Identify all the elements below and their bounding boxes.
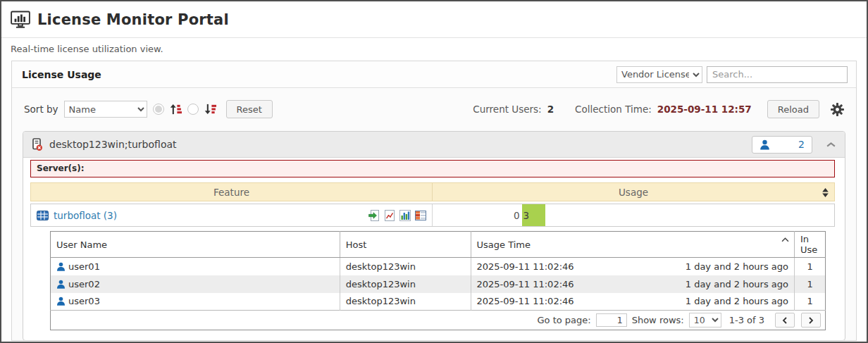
current-users-value: 2	[547, 104, 554, 115]
collection-time-value: 2025-09-11 12:57	[657, 104, 752, 115]
user-table-header-row: User Name Host Usage Time	[51, 232, 826, 258]
accordion-body: Server(s): Feature Usage	[23, 158, 845, 340]
usage-time: 2025-09-11 11:02:46	[477, 261, 574, 272]
usage-time-ago: 1 day and 2 hours ago	[686, 296, 788, 306]
in-use-column-header[interactable]: In Use	[795, 232, 826, 258]
usage-cell: 0 3	[433, 204, 834, 226]
user-name-column-header[interactable]: User Name	[51, 232, 340, 258]
sort-asc-radio[interactable]	[153, 104, 164, 115]
chart-document-icon[interactable]	[384, 210, 395, 221]
page-title: License Monitor Portal	[37, 11, 229, 28]
license-usage-panel: License Usage Vendor License Sort by Nam…	[11, 61, 857, 341]
host-column-header[interactable]: Host	[340, 232, 471, 258]
panel-body: Sort by Name	[12, 88, 856, 343]
in-use-cell: 1	[795, 258, 826, 275]
toolbar-status: Current Users: 2 Collection Time: 2025-0…	[473, 100, 844, 118]
table-row[interactable]: user01 desktop123win 2025-09-11 11:02:46…	[51, 258, 826, 275]
user-icon	[760, 139, 770, 150]
bar-chart-icon[interactable]	[399, 210, 411, 221]
table-row[interactable]: user03 desktop123win 2025-09-11 11:02:46…	[51, 293, 826, 311]
usage-min-value: 0	[514, 210, 522, 221]
panel-header: License Usage Vendor License	[12, 61, 856, 88]
host-cell: desktop123win	[340, 258, 471, 275]
license-monitor-portal-window: License Monitor Portal Real-time license…	[0, 0, 868, 343]
host-cell: desktop123win	[340, 275, 471, 293]
usage-time-column-header[interactable]: Usage Time	[471, 232, 795, 258]
toolbar: Sort by Name	[24, 100, 844, 118]
caret-up-icon	[781, 237, 789, 242]
in-use-cell: 1	[795, 275, 826, 293]
collection-time-label: Collection Time:	[575, 104, 652, 115]
app-header: License Monitor Portal	[1, 1, 867, 38]
panel-title: License Usage	[22, 69, 101, 80]
sort-by-label: Sort by	[24, 104, 58, 115]
sort-desc-radio[interactable]	[187, 104, 199, 115]
user-icon	[56, 280, 66, 289]
export-document-icon[interactable]	[368, 210, 380, 221]
user-icon	[56, 297, 66, 306]
pagination: Go to page: Show rows: 10 1-3 of 3	[55, 313, 821, 328]
usage-bar: 3	[522, 204, 545, 226]
user-name: user03	[68, 296, 100, 306]
in-use-cell: 1	[795, 293, 826, 311]
usage-time-header-label: Usage Time	[477, 239, 531, 250]
page-number-input[interactable]	[596, 313, 627, 327]
usage-header-label: Usage	[619, 187, 648, 198]
feature-table-header: Feature Usage	[30, 182, 835, 201]
sort-both-icon[interactable]	[822, 188, 829, 197]
vendor-license-select[interactable]: Vendor License	[616, 66, 702, 83]
user-table: User Name Host Usage Time	[50, 231, 826, 330]
panel-controls: Vendor License	[616, 66, 848, 83]
accordion-header[interactable]: desktop123win;turbofloat 2	[23, 132, 845, 158]
server-error-icon	[31, 138, 43, 151]
reload-button[interactable]: Reload	[767, 100, 819, 118]
next-page-button[interactable]	[801, 313, 821, 328]
usage-time-ago: 1 day and 2 hours ago	[686, 279, 788, 289]
usage-column-header[interactable]: Usage	[433, 183, 834, 201]
user-count-value: 2	[798, 139, 805, 150]
prev-page-button[interactable]	[775, 313, 795, 328]
page-subtitle: Real-time license utilization view.	[1, 38, 867, 61]
sort-controls: Sort by Name	[24, 100, 273, 118]
table-row[interactable]: user02 desktop123win 2025-09-11 11:02:46…	[51, 275, 826, 293]
feature-row: turbofloat (3)	[30, 204, 835, 227]
monitor-chart-icon	[11, 11, 30, 29]
usage-time: 2025-09-11 11:02:46	[477, 296, 574, 306]
rows-per-page-select[interactable]: 10	[689, 313, 721, 328]
feature-cell: turbofloat (3)	[31, 204, 433, 226]
show-rows-label: Show rows:	[632, 315, 684, 325]
data-table-icon[interactable]	[415, 210, 426, 221]
usage-time-ago: 1 day and 2 hours ago	[686, 261, 788, 272]
grid-table-icon	[37, 211, 49, 220]
pagination-row: Go to page: Show rows: 10 1-3 of 3	[51, 311, 826, 330]
chevron-up-icon[interactable]	[826, 142, 836, 148]
usage-time: 2025-09-11 11:02:46	[477, 279, 574, 289]
sort-descending-icon[interactable]	[204, 104, 216, 115]
user-name: user01	[68, 261, 100, 272]
user-name: user02	[68, 279, 100, 289]
servers-banner: Server(s):	[30, 160, 835, 177]
current-users-label: Current Users:	[473, 104, 541, 115]
feature-column-header[interactable]: Feature	[31, 183, 433, 201]
user-count-badge: 2	[752, 136, 812, 154]
feature-link[interactable]: turbofloat (3)	[54, 210, 117, 221]
search-input[interactable]	[707, 66, 848, 83]
gear-icon[interactable]	[831, 103, 844, 116]
host-cell: desktop123win	[340, 293, 471, 311]
sort-ascending-icon[interactable]	[170, 104, 182, 115]
server-accordion: desktop123win;turbofloat 2	[23, 131, 845, 341]
go-to-page-label: Go to page:	[537, 315, 590, 325]
sort-field-select[interactable]: Name	[64, 101, 147, 118]
user-icon	[56, 262, 66, 271]
row-range-label: 1-3 of 3	[729, 315, 764, 325]
feature-actions	[368, 210, 426, 221]
accordion-title: desktop123win;turbofloat	[49, 139, 177, 150]
reset-button[interactable]: Reset	[226, 100, 273, 118]
